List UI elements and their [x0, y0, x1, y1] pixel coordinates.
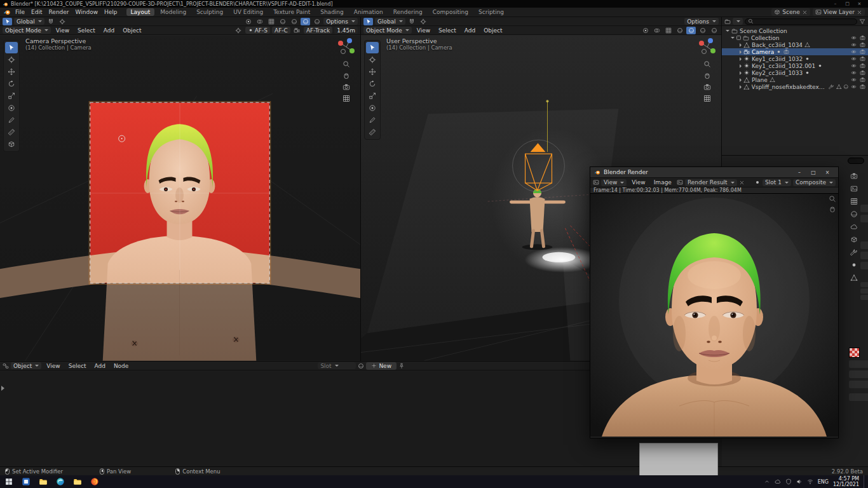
transform-orientation-select[interactable]: Global: [14, 18, 44, 25]
options-dropdown[interactable]: Options: [323, 18, 358, 25]
pan-hand-icon[interactable]: [703, 72, 711, 79]
new-material-button[interactable]: New: [366, 362, 397, 370]
tray-expand-icon[interactable]: [764, 478, 770, 485]
tab-scene-icon[interactable]: [850, 210, 858, 218]
tool-scale[interactable]: [366, 90, 379, 102]
render-toggle[interactable]: [860, 35, 865, 41]
menu-edit[interactable]: Edit: [28, 9, 45, 15]
close-button[interactable]: ×: [820, 167, 834, 177]
outliner-editor-icon[interactable]: [724, 18, 731, 25]
menu-select[interactable]: Select: [435, 27, 459, 34]
shader-editor-icon[interactable]: [3, 363, 9, 369]
tool-rotate[interactable]: [5, 78, 18, 90]
outliner-row[interactable]: Vspliff_nosefixbakedtexture: [722, 83, 868, 90]
axis-gizmo[interactable]: [698, 37, 717, 57]
ortho-toggle-icon[interactable]: [342, 95, 350, 102]
outliner-row-scene-collection[interactable]: Scene Collection: [722, 27, 868, 34]
shading-wireframe-icon[interactable]: [675, 27, 684, 34]
onedrive-cloud-icon[interactable]: [775, 478, 781, 485]
close-button[interactable]: ×: [853, 0, 865, 8]
snap-magnet-icon[interactable]: [46, 18, 56, 25]
af-continuous-button[interactable]: AF-C: [272, 27, 290, 34]
tab-modifier-icon[interactable]: [850, 248, 858, 256]
image-datablock-select[interactable]: Render Result: [685, 179, 737, 186]
active-tool-icon[interactable]: [3, 18, 12, 25]
tool-transform[interactable]: [366, 102, 379, 114]
workspace-tab-texture-paint[interactable]: Texture Paint: [269, 8, 315, 16]
menu-node[interactable]: Node: [111, 363, 132, 369]
start-button[interactable]: [0, 475, 17, 488]
pan-hand-icon[interactable]: [829, 205, 836, 213]
shading-solid-icon[interactable]: [686, 27, 696, 34]
proportional-edit-icon[interactable]: [58, 18, 67, 25]
xray-toggle-icon[interactable]: [663, 27, 673, 34]
show-gizmo-icon[interactable]: [243, 18, 253, 25]
workspace-tab-modeling[interactable]: Modeling: [156, 8, 191, 16]
maximize-button[interactable]: □: [806, 167, 820, 177]
unlink-icon[interactable]: [802, 10, 808, 15]
tab-view-layer-icon[interactable]: [850, 198, 858, 205]
camera-viewport-canvas[interactable]: Camera Perspective (14) Collection | Cam…: [0, 35, 360, 361]
maximize-button[interactable]: □: [841, 0, 853, 8]
show-desktop-button[interactable]: [864, 475, 867, 488]
eye-toggle[interactable]: [851, 84, 857, 90]
outliner-row-collection[interactable]: Collection: [722, 34, 868, 41]
menu-help[interactable]: Help: [101, 9, 121, 15]
render-toggle[interactable]: [860, 42, 865, 48]
property-list-row[interactable]: [860, 295, 868, 300]
zoom-icon[interactable]: [829, 195, 836, 203]
shading-wireframe-icon[interactable]: [278, 18, 287, 25]
network-icon[interactable]: [807, 478, 813, 485]
transform-orientation-select[interactable]: Global: [375, 18, 405, 25]
af-single-button[interactable]: AF-S: [245, 27, 270, 34]
outliner-row-selected[interactable]: Camera: [722, 48, 868, 55]
tab-object-icon[interactable]: [850, 236, 858, 243]
tool-box-select[interactable]: [5, 42, 18, 53]
outliner-row[interactable]: Key2_cc3iid_1033: [722, 69, 868, 76]
tool-move[interactable]: [366, 66, 379, 78]
render-window-titlebar[interactable]: Blender Render – □ ×: [590, 167, 838, 177]
property-field[interactable]: [860, 241, 868, 249]
pin-icon[interactable]: [398, 363, 405, 369]
tool-rotate[interactable]: [366, 78, 379, 90]
taskbar-app-1[interactable]: [17, 475, 34, 488]
proportional-edit-icon[interactable]: [419, 18, 428, 25]
render-pass-select[interactable]: Composite: [793, 179, 836, 186]
eye-toggle[interactable]: [851, 56, 857, 62]
tab-data-icon[interactable]: [850, 274, 858, 281]
eye-toggle[interactable]: [851, 70, 857, 76]
render-toggle[interactable]: [860, 49, 865, 55]
material-slot-select[interactable]: Slot: [318, 362, 356, 369]
unlink-icon[interactable]: [857, 10, 862, 15]
collection-checkbox[interactable]: [736, 36, 741, 40]
render-result-image[interactable]: [590, 194, 838, 437]
taskbar-app-explorer[interactable]: [34, 475, 51, 488]
property-field[interactable]: [849, 360, 868, 368]
show-overlays-icon[interactable]: [652, 27, 661, 34]
scene-selector[interactable]: Scene: [771, 8, 810, 16]
workspace-tab-compositing[interactable]: Compositing: [428, 8, 473, 16]
tool-cursor[interactable]: [5, 54, 18, 65]
workspace-tab-scripting[interactable]: Scripting: [474, 8, 508, 16]
workspace-tab-rendering[interactable]: Rendering: [389, 8, 427, 16]
taskbar-app-folder[interactable]: [69, 475, 86, 488]
render-toggle[interactable]: [860, 70, 865, 76]
zoom-icon[interactable]: [342, 60, 350, 68]
shading-material-icon[interactable]: [698, 27, 707, 34]
eye-toggle[interactable]: [851, 77, 857, 83]
mode-select[interactable]: Object Mode: [3, 27, 51, 34]
menu-view[interactable]: View: [414, 27, 433, 34]
unlink-icon[interactable]: [739, 180, 745, 186]
camera-view-icon[interactable]: [342, 83, 350, 91]
tab-render-icon[interactable]: [850, 172, 858, 180]
workspace-tab-shading[interactable]: Shading: [316, 8, 348, 16]
material-preview-swatch[interactable]: [849, 348, 860, 358]
menu-render[interactable]: Render: [46, 9, 72, 15]
tab-output-icon[interactable]: [850, 185, 858, 193]
eye-toggle[interactable]: [851, 42, 857, 48]
eye-toggle[interactable]: [851, 49, 857, 55]
menu-object[interactable]: Object: [480, 27, 505, 34]
tab-world-icon[interactable]: [850, 223, 858, 231]
workspace-tab-layout[interactable]: Layout: [126, 8, 155, 16]
browse-material-icon[interactable]: [358, 363, 364, 369]
